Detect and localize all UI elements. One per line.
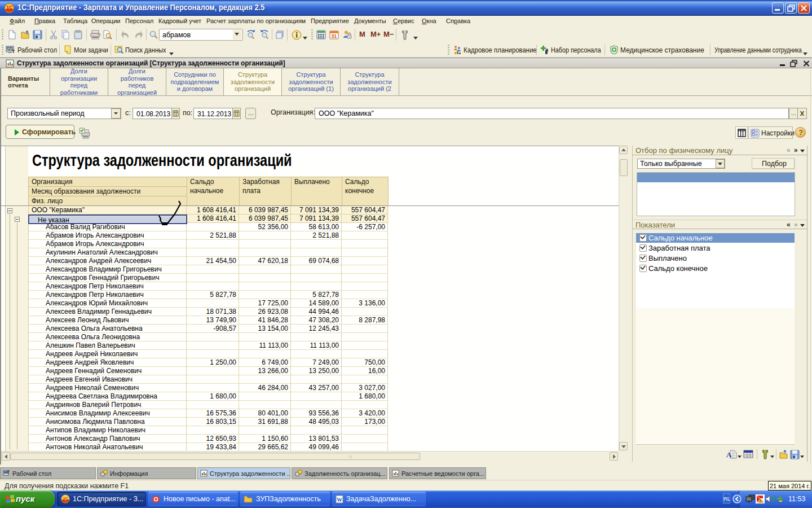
svg-text:A: A: [726, 450, 732, 459]
svg-text:W: W: [337, 497, 342, 503]
svg-text:1С: 1С: [6, 5, 13, 10]
svg-text:!: !: [760, 500, 761, 503]
svg-text:1С: 1С: [63, 496, 68, 501]
svg-text:31: 31: [332, 33, 337, 39]
